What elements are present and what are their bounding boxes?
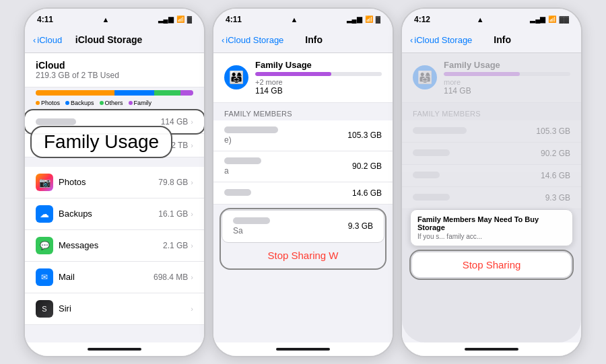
mail-size: 698.4 MB [154, 272, 188, 282]
member-row-4[interactable]: Sa 9.3 GB [222, 210, 384, 243]
status-icons-3: ▂▄▆ 📶 ▓▓ [530, 15, 569, 23]
member-bar-1 [224, 126, 278, 133]
back-label-2: iCloud Storage [226, 35, 283, 45]
member-bar-4 [233, 217, 270, 224]
family-sub-bar-2 [255, 72, 382, 76]
member-size-4: 9.3 GB [348, 221, 373, 231]
storage-row[interactable]: iCloud 219.3 GB of 2 TB Used [25, 53, 204, 87]
member-label-4: Sa [233, 226, 243, 235]
messages-label: Messages [59, 240, 98, 250]
status-bar-2: 4:11 ▲ ▂▄▆ 📶 ▓ [213, 9, 393, 28]
storage-label: iCloud [36, 60, 119, 71]
legend-label-photos: Photos [41, 100, 60, 106]
backups-segment [114, 90, 154, 96]
legend-dot-family [129, 101, 133, 105]
battery-icon-3: ▓▓ [559, 15, 569, 23]
wifi-icon-2: 📶 [365, 15, 373, 23]
nav-bar-3: ‹ iCloud Storage Info [402, 28, 581, 53]
time-1: 4:11 [37, 15, 53, 24]
home-indicator-3[interactable] [402, 342, 581, 356]
plan-size: 2 TB [171, 141, 188, 150]
others-segment [154, 90, 180, 96]
member-size-2: 90.2 GB [352, 161, 382, 171]
backups-size: 16.1 GB [158, 209, 188, 219]
photos-icon: 📷 [36, 174, 53, 191]
mail-label: Mail [59, 272, 75, 282]
chevron-backups: › [191, 210, 193, 218]
family-usage-name-2: Family Usage [255, 60, 382, 70]
member-size-3: 14.6 GB [352, 188, 382, 198]
legend-row: Photos Backups Others Family [25, 98, 204, 110]
legend-dot-others [100, 101, 104, 105]
legend-others: Others [100, 100, 123, 106]
back-label-1: iCloud [37, 35, 62, 45]
section-members-2: FAMILY MEMBERS [213, 103, 393, 120]
storage-progress-bar [36, 90, 193, 96]
nav-title-2: Info [305, 34, 323, 45]
chevron-photos: › [191, 178, 193, 186]
family-circle-icon-2: 👨‍👩‍👧 [224, 65, 248, 89]
siri-icon: S [36, 300, 53, 318]
legend-label-others: Others [105, 100, 123, 106]
app-row-backups[interactable]: ☁ Backups 16.1 GB › [25, 198, 204, 230]
chevron-left-icon-3: ‹ [410, 35, 413, 45]
chevron-right-plan: › [191, 141, 193, 149]
location-icon-3: ▲ [477, 15, 484, 24]
stop-sharing-label-3: Stop Sharing [463, 259, 521, 270]
screen-content-1: iCloud 219.3 GB of 2 TB Used Photos Back… [25, 53, 204, 342]
home-indicator-1[interactable] [25, 342, 204, 356]
time-3: 4:12 [414, 15, 430, 24]
nav-title-1: iCloud Storage [75, 34, 143, 45]
nav-bar-1: ‹ iCloud iCloud Storage [25, 28, 204, 53]
section-apps [25, 157, 204, 167]
app-row-messages[interactable]: 💬 Messages 2.1 GB › [25, 230, 204, 262]
back-button-2[interactable]: ‹ iCloud Storage [222, 35, 283, 45]
backups-label: Backups [59, 209, 92, 219]
member-bar-2 [224, 157, 261, 164]
family-sub-2: +2 more [255, 78, 382, 86]
legend-label-backups: Backups [71, 100, 94, 106]
battery-icon-2: ▓ [376, 15, 380, 23]
legend-dot-photos [36, 101, 40, 105]
family-header-2: 👨‍👩‍👧 Family Usage +2 more 114 GB [213, 53, 393, 103]
time-2: 4:11 [226, 15, 242, 24]
member-row-2[interactable]: a 90.2 GB [213, 151, 393, 182]
legend-family: Family [129, 100, 152, 106]
family-usage-size: 114 GB [161, 117, 189, 126]
chevron-mail: › [191, 273, 193, 281]
nav-title-3: Info [494, 34, 511, 45]
nav-bar-2: ‹ iCloud Storage Info [213, 28, 393, 53]
stop-sharing-button-2[interactable]: Stop Sharing W [222, 243, 384, 268]
tooltip-box-3: Family Members May Need To Buy Storage I… [410, 209, 573, 246]
location-icon-2: ▲ [290, 15, 298, 24]
home-indicator-2[interactable] [213, 342, 393, 356]
chevron-siri: › [191, 305, 193, 313]
battery-icon: ▓ [187, 15, 192, 23]
wifi-icon-3: 📶 [548, 15, 556, 23]
family-usage-big-label: Family Usage [30, 126, 172, 158]
phone-2: 4:11 ▲ ▂▄▆ 📶 ▓ ‹ iCloud Storage Info 👨‍👩… [212, 7, 394, 357]
signal-icon: ▂▄▆ [158, 15, 174, 23]
signal-icon-2: ▂▄▆ [347, 15, 362, 23]
family-bar-fill-2 [255, 72, 331, 76]
screen-overlay-3 [402, 53, 581, 342]
app-row-mail[interactable]: ✉ Mail 698.4 MB › [25, 262, 204, 293]
chevron-right-icon: › [191, 118, 193, 126]
home-bar-3 [465, 348, 518, 351]
app-row-photos[interactable]: 📷 Photos 79.8 GB › [25, 167, 204, 198]
legend-backups: Backups [65, 100, 94, 106]
app-row-siri[interactable]: S Siri › [25, 293, 204, 325]
screen-content-3: 👨‍👩‍👧 Family Usage more 114 GB FAMILY ME… [402, 53, 581, 342]
messages-icon: 💬 [36, 237, 53, 254]
back-button-1[interactable]: ‹ iCloud [33, 35, 62, 45]
signal-icon-3: ▂▄▆ [530, 15, 545, 23]
back-button-3[interactable]: ‹ iCloud Storage [410, 35, 472, 45]
legend-photos: Photos [36, 100, 60, 106]
member-row-1[interactable]: e) 105.3 GB [213, 120, 393, 151]
wifi-icon: 📶 [176, 15, 184, 23]
member-row-3[interactable]: 14.6 GB [213, 182, 393, 205]
stop-sharing-button-3[interactable]: Stop Sharing [411, 252, 572, 278]
family-text-2: Family Usage +2 more 114 GB [255, 60, 382, 96]
home-bar-1 [88, 348, 141, 351]
screen-content-2: 👨‍👩‍👧 Family Usage +2 more 114 GB FAMILY… [213, 53, 393, 342]
